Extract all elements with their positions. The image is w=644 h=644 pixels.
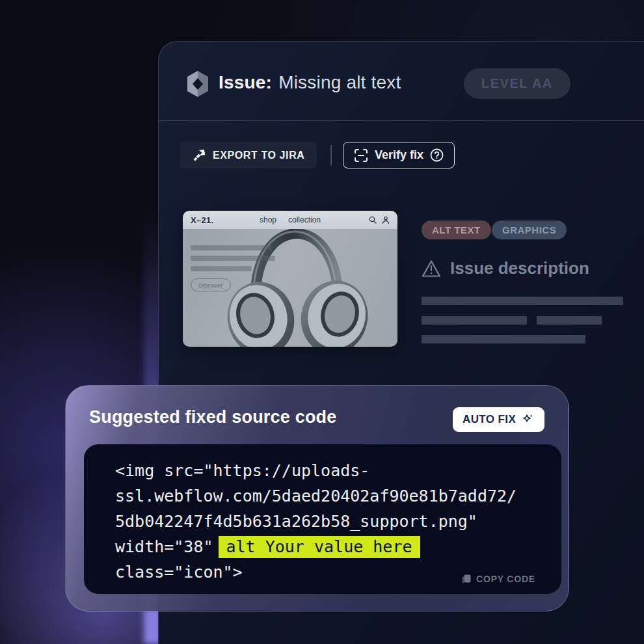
copy-code-button[interactable]: COPY CODE xyxy=(461,574,535,584)
code-line: <img src="https://uploads- xyxy=(115,458,555,483)
description-placeholder xyxy=(537,316,602,325)
issue-title: Missing alt text xyxy=(278,72,401,92)
code-line: ssl.webflow.com/5daed20402af90e81b7add72… xyxy=(115,483,555,509)
alt-text-tag: ALT TEXT xyxy=(422,221,491,239)
export-to-jira-button[interactable]: EXPORT TO JIRA xyxy=(180,142,317,168)
search-icon xyxy=(369,216,377,224)
help-icon[interactable] xyxy=(430,148,444,162)
export-button-label: EXPORT TO JIRA xyxy=(213,150,304,161)
panel-title: Suggested fixed source code xyxy=(89,407,337,427)
scan-icon xyxy=(354,148,368,163)
warning-icon xyxy=(422,260,441,278)
gem-icon xyxy=(185,71,210,97)
source-code: <img src="https://uploads- ssl.webflow.c… xyxy=(84,444,561,585)
code-block: <img src="https://uploads- ssl.webflow.c… xyxy=(84,444,561,594)
preview-text-placeholder xyxy=(191,266,252,271)
preview-text-placeholder xyxy=(191,245,272,250)
preview-text-placeholder xyxy=(191,256,275,261)
copy-code-label: COPY CODE xyxy=(476,574,535,584)
level-badge: LEVEL AA xyxy=(464,68,570,99)
graphics-tag: GRAPHICS xyxy=(492,221,567,239)
issue-description-heading: Issue description xyxy=(422,258,589,278)
sparkle-icon xyxy=(522,413,535,426)
preview-nav-shop: shop xyxy=(260,215,276,224)
preview-navbar: X–21. shop collection xyxy=(183,211,397,229)
stage: Issue:Missing alt text LEVEL AA EXPORT T… xyxy=(0,0,644,644)
preview-hero: Discover xyxy=(183,229,397,347)
user-icon xyxy=(382,216,390,224)
site-preview-thumbnail: X–21. shop collection xyxy=(183,211,397,347)
header-divider xyxy=(159,120,644,121)
discover-button: Discover xyxy=(191,278,231,291)
verify-button-label: Verify fix xyxy=(375,148,423,162)
preview-logo: X–21. xyxy=(191,215,213,225)
code-line: width="38"alt Your value here xyxy=(115,534,555,559)
description-placeholder xyxy=(422,297,623,305)
page-title: Issue:Missing alt text xyxy=(219,72,401,93)
copy-icon xyxy=(461,574,472,584)
description-placeholder xyxy=(422,316,527,325)
code-line: 5db042247f4d5b631a262b58_support.png" xyxy=(115,509,555,534)
auto-fix-label: AUTO FIX xyxy=(463,413,516,426)
suggested-code-panel: Suggested fixed source code AUTO FIX <im… xyxy=(65,385,569,611)
issue-label: Issue: xyxy=(219,72,272,92)
description-placeholder xyxy=(422,335,585,343)
verify-fix-button[interactable]: Verify fix xyxy=(343,142,455,168)
preview-nav-collection: collection xyxy=(288,215,321,224)
toolbar-separator xyxy=(330,145,332,165)
auto-fix-button[interactable]: AUTO FIX xyxy=(453,407,544,432)
alt-value-highlight: alt Your value here xyxy=(219,536,420,558)
preview-nav-links: shop collection xyxy=(260,215,321,224)
jira-icon xyxy=(193,149,206,162)
